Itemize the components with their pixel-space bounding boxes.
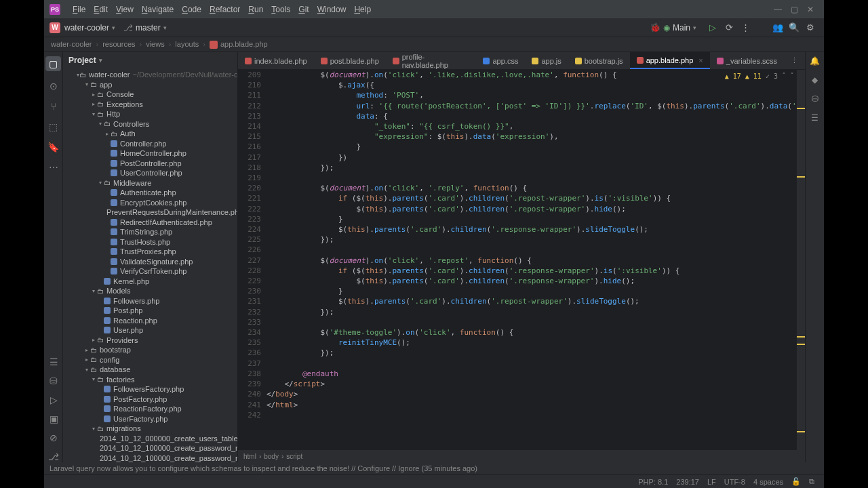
- editor-tab[interactable]: bootstrap.js: [568, 52, 630, 69]
- menu-git[interactable]: Git: [294, 5, 313, 14]
- menu-file[interactable]: File: [68, 5, 90, 14]
- menu-tools[interactable]: Tools: [267, 5, 294, 14]
- breadcrumb-item[interactable]: app.blade.php: [210, 40, 268, 48]
- encoding[interactable]: UTF-8: [724, 478, 745, 486]
- tree-file[interactable]: 2014_10_12_100000_create_password_rese: [63, 443, 237, 453]
- tree-file[interactable]: 2014_10_12_000000_create_users_table.ph: [63, 434, 237, 444]
- terminal-tool-icon[interactable]: ▣: [50, 413, 58, 424]
- commit-tool-icon[interactable]: ⊙: [50, 81, 58, 92]
- menu-navigate[interactable]: Navigate: [138, 5, 178, 14]
- minimize-button[interactable]: —: [770, 5, 786, 14]
- run-button[interactable]: ▷: [705, 22, 721, 33]
- tree-folder[interactable]: ▾🗀Controllers: [63, 119, 237, 129]
- services-tool-icon[interactable]: ▷: [50, 394, 58, 405]
- tree-file[interactable]: TrimStrings.php: [63, 227, 237, 237]
- tree-folder[interactable]: ▾🗀Models: [63, 286, 237, 296]
- ai-assistant-icon[interactable]: ◆: [812, 75, 818, 85]
- debug-icon[interactable]: 🐞: [647, 22, 663, 33]
- database-tool-icon[interactable]: ⛁: [50, 375, 58, 386]
- tree-file[interactable]: VerifyCsrfToken.php: [63, 266, 237, 277]
- tree-file[interactable]: TrustHosts.php: [63, 237, 237, 247]
- structure-crumb[interactable]: script: [286, 453, 302, 460]
- tree-file[interactable]: TrustProxies.php: [63, 247, 237, 257]
- todo-tool-icon[interactable]: ☰: [50, 357, 58, 367]
- menu-help[interactable]: Help: [350, 5, 375, 14]
- breadcrumb-item[interactable]: water-cooler: [51, 40, 92, 48]
- breadcrumb-item[interactable]: resources: [102, 40, 135, 48]
- menu-code[interactable]: Code: [178, 5, 205, 14]
- tree-file[interactable]: HomeController.php: [63, 148, 237, 159]
- breadcrumb-item[interactable]: views: [146, 40, 165, 48]
- structure-crumb[interactable]: html: [243, 453, 256, 460]
- tree-file[interactable]: Reaction.php: [63, 316, 237, 326]
- close-tab-icon[interactable]: ×: [698, 56, 703, 64]
- readonly-lock-icon[interactable]: 🔓: [791, 477, 801, 486]
- tree-folder[interactable]: ▾🗀Http: [63, 109, 237, 119]
- tree-file[interactable]: 2014_10_12_100000_create_password_rese: [63, 453, 237, 463]
- code-editor[interactable]: 209 210 211 212 213 214 215 216 217 218 …: [238, 70, 805, 450]
- menu-run[interactable]: Run: [244, 5, 267, 14]
- tabs-more-icon[interactable]: ⋮: [784, 52, 805, 69]
- code-with-me-icon[interactable]: 👥: [770, 22, 786, 33]
- remote-host-icon[interactable]: ☰: [811, 113, 818, 123]
- more-run-icon[interactable]: ⟳: [721, 22, 737, 33]
- inspection-summary[interactable]: ▲ 17 ▲ 11 ✓ 3 ˆ ˇ: [725, 71, 794, 81]
- tree-file[interactable]: Post.php: [63, 306, 237, 316]
- menu-refactor[interactable]: Refactor: [205, 5, 244, 14]
- tree-file[interactable]: FollowersFactory.php: [63, 384, 237, 394]
- tree-folder[interactable]: ▾🗀app: [63, 80, 237, 90]
- editor-tab[interactable]: _variables.scss: [710, 52, 784, 69]
- structure-breadcrumbs[interactable]: html›body›script: [238, 450, 805, 462]
- tip-bar[interactable]: Laravel query now allows you to configur…: [44, 462, 824, 474]
- error-stripe[interactable]: [797, 70, 805, 450]
- editor-tab[interactable]: post.blade.php: [314, 52, 386, 69]
- editor-tab[interactable]: profile-nav.blade.php: [386, 52, 477, 69]
- search-icon[interactable]: 🔍: [786, 22, 802, 33]
- tree-file[interactable]: Followers.php: [63, 296, 237, 306]
- close-button[interactable]: ✕: [802, 5, 818, 14]
- editor-tab[interactable]: app.blade.php×: [630, 52, 710, 69]
- tree-file[interactable]: UserFactory.php: [63, 414, 237, 424]
- project-tool-icon[interactable]: ▢: [45, 56, 61, 71]
- tree-file[interactable]: PostController.php: [63, 159, 237, 169]
- menu-view[interactable]: View: [112, 5, 138, 14]
- tree-folder[interactable]: ▸🗀Exceptions: [63, 100, 237, 110]
- tree-folder[interactable]: ▾🗀migrations: [63, 424, 237, 434]
- tree-folder[interactable]: ▾🗀database: [63, 365, 237, 375]
- tree-file[interactable]: ReactionFactory.php: [63, 404, 237, 414]
- vcs-tool-icon[interactable]: ⎇: [48, 451, 59, 462]
- chevron-up-icon[interactable]: ˆ: [782, 71, 786, 81]
- chevron-down-icon[interactable]: ˇ: [790, 71, 794, 81]
- menu-window[interactable]: Window: [313, 5, 351, 14]
- tree-folder[interactable]: ▾🗀water-cooler~/Development/DevNull/wate…: [63, 70, 237, 80]
- tree-folder[interactable]: ▸🗀Providers: [63, 336, 237, 346]
- run-config-selector[interactable]: ◉ Main ▾: [663, 23, 696, 33]
- indent-setting[interactable]: 4 spaces: [753, 478, 783, 486]
- php-version[interactable]: PHP: 8.1: [638, 478, 668, 486]
- maximize-button[interactable]: ▢: [786, 5, 802, 14]
- structure-tool-icon[interactable]: ⬚: [49, 121, 58, 132]
- git-branch-selector[interactable]: ⎇ master ▾: [123, 23, 167, 33]
- more-tool-icon[interactable]: ⋯: [49, 162, 58, 173]
- project-tree[interactable]: ▾🗀water-cooler~/Development/DevNull/wate…: [63, 68, 237, 462]
- pull-requests-icon[interactable]: ⑂: [51, 101, 56, 112]
- more-actions-icon[interactable]: ⋮: [737, 22, 753, 33]
- settings-icon[interactable]: ⚙: [802, 22, 818, 33]
- line-ending[interactable]: LF: [707, 478, 716, 486]
- tree-file[interactable]: PostFactory.php: [63, 394, 237, 405]
- structure-crumb[interactable]: body: [264, 453, 279, 460]
- breadcrumb-item[interactable]: layouts: [175, 40, 199, 48]
- tree-file[interactable]: EncryptCookies.php: [63, 198, 237, 208]
- notifications-icon[interactable]: 🔔: [810, 56, 820, 66]
- tree-folder[interactable]: ▸🗀Auth: [63, 129, 237, 139]
- tree-folder[interactable]: ▸🗀config: [63, 355, 237, 365]
- tree-file[interactable]: ValidateSignature.php: [63, 257, 237, 267]
- tree-file[interactable]: Kernel.php: [63, 277, 237, 287]
- tree-file[interactable]: Controller.php: [63, 139, 237, 149]
- tree-folder[interactable]: ▾🗀factories: [63, 375, 237, 385]
- bookmarks-tool-icon[interactable]: 🔖: [47, 142, 59, 152]
- database-right-icon[interactable]: ⛁: [812, 94, 818, 104]
- tree-file[interactable]: User.php: [63, 325, 237, 336]
- editor-tab[interactable]: index.blade.php: [238, 52, 314, 69]
- project-panel-header[interactable]: Project ▾: [63, 52, 237, 68]
